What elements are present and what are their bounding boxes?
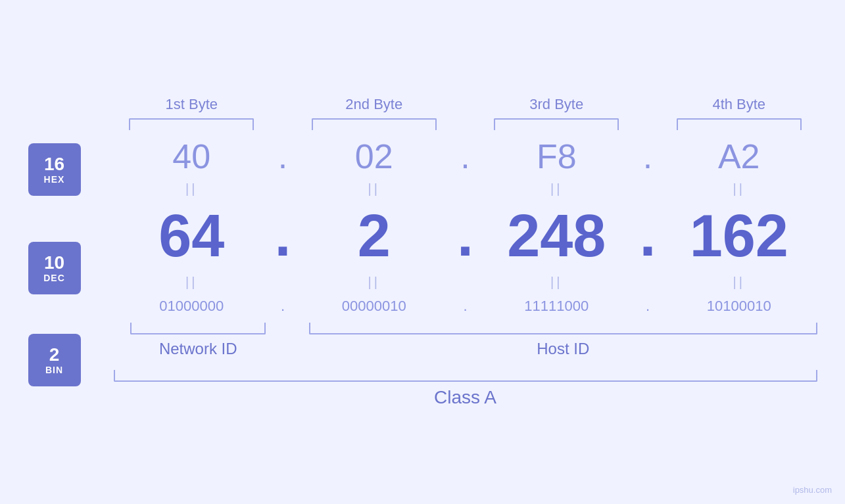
- bin-dot1: .: [281, 298, 285, 314]
- hex-b4: A2: [718, 137, 760, 175]
- dec-row: 64 . 2 . 248 . 162: [114, 202, 817, 269]
- bin-dot2: .: [463, 298, 467, 314]
- bracket-byte2: [312, 118, 437, 130]
- bin-b1: 01000000: [159, 298, 224, 314]
- equals-row-1: || || || ||: [114, 181, 817, 196]
- watermark: ipshu.com: [793, 485, 832, 495]
- bin-b3: 11111000: [524, 298, 589, 314]
- bin-b4: 10100010: [707, 298, 771, 314]
- eq1-b4: ||: [733, 181, 745, 196]
- host-bracket: [309, 323, 817, 334]
- eq2-b3: ||: [550, 275, 562, 289]
- hex-dot2: .: [460, 137, 470, 175]
- dec-dot3: .: [639, 202, 656, 268]
- hex-b1: 40: [172, 137, 210, 175]
- dec-dot2: .: [457, 202, 473, 268]
- hex-badge: 16 HEX: [28, 143, 81, 196]
- dec-b2: 2: [358, 203, 391, 269]
- byte4-header: 4th Byte: [661, 96, 817, 118]
- eq2-b4: ||: [733, 275, 745, 289]
- bin-dot3: .: [646, 298, 650, 314]
- hex-b2: 02: [355, 137, 393, 175]
- bracket-byte4: [677, 118, 802, 130]
- dec-b1: 64: [158, 203, 224, 269]
- byte3-header: 3rd Byte: [479, 96, 635, 118]
- bin-row: 01000000 . 00000010 . 11111000 . 1010001…: [114, 298, 817, 315]
- eq1-b3: ||: [550, 181, 562, 196]
- class-section: Class A: [114, 370, 817, 408]
- dec-b3: 248: [507, 203, 606, 269]
- byte2-header: 2nd Byte: [296, 96, 452, 118]
- network-id-label: Network ID: [159, 340, 237, 358]
- bin-badge: 2 BIN: [28, 334, 81, 386]
- class-label: Class A: [434, 387, 496, 408]
- hex-b3: F8: [537, 137, 577, 175]
- eq1-b1: ||: [185, 181, 197, 196]
- dec-badge: 10 DEC: [28, 242, 81, 294]
- eq2-b2: ||: [368, 275, 380, 289]
- hex-dot1: .: [278, 137, 287, 175]
- bin-b2: 00000010: [342, 298, 406, 314]
- dec-b4: 162: [690, 203, 788, 269]
- hex-row: 40 . 02 . F8 . A2: [114, 137, 817, 176]
- dec-dot1: .: [274, 202, 291, 268]
- host-id-label: Host ID: [537, 340, 589, 358]
- equals-row-2: || || || ||: [114, 275, 817, 290]
- bracket-byte3: [494, 118, 619, 130]
- byte1-header: 1st Byte: [114, 96, 270, 118]
- bracket-byte1: [129, 118, 254, 130]
- eq2-b1: ||: [185, 275, 197, 289]
- class-bracket: [114, 370, 817, 382]
- eq1-b2: ||: [368, 181, 380, 196]
- hex-dot3: .: [643, 137, 652, 175]
- network-bracket: [130, 323, 266, 334]
